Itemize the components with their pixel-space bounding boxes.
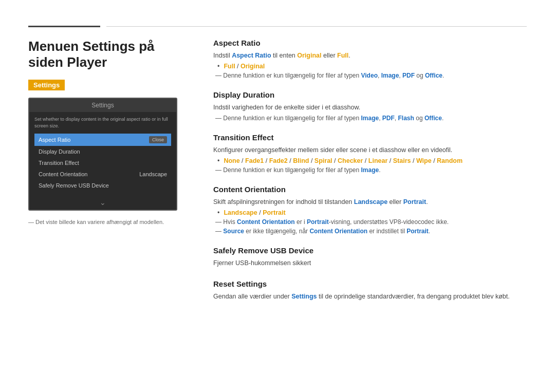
display-duration-text: Indstil varigheden for de enkelte sider … <box>213 102 527 113</box>
orientation-options: Landscape / Portrait <box>224 209 285 216</box>
section-title-safely-remove: Safely Remove USB Device <box>213 246 527 255</box>
aspect-ratio-bullet: Full / Original <box>213 63 527 70</box>
device-menu-label: Display Duration <box>39 148 80 155</box>
section-reset-settings: Reset Settings Gendan alle værdier under… <box>213 279 527 302</box>
section-transition-effect: Transition Effect Konfigurer overgangsef… <box>213 133 527 174</box>
full-link: Full <box>337 52 348 59</box>
content-orientation-text: Skift afspilningsretningen for indhold t… <box>213 197 527 207</box>
reset-settings-text: Gendan alle værdier under Settings til d… <box>213 291 527 302</box>
section-title-transition-effect: Transition Effect <box>213 133 527 142</box>
device-menu-aspect-ratio[interactable]: Aspect Ratio Close <box>34 134 171 146</box>
page-title: Menuen Settings på siden Player <box>28 39 193 70</box>
content-orientation-note-2: Source er ikke tilgængelig, når Content … <box>213 228 527 235</box>
left-column: Menuen Settings på siden Player Settings… <box>28 39 193 313</box>
device-footer: ⌄ <box>29 195 176 210</box>
section-title-display-duration: Display Duration <box>213 90 527 99</box>
device-menu-label: Aspect Ratio <box>39 137 70 143</box>
aspect-ratio-link: Aspect Ratio <box>232 52 271 59</box>
section-title-aspect-ratio: Aspect Ratio <box>213 39 527 47</box>
aspect-ratio-text: Indstil Aspect Ratio til enten Original … <box>213 50 527 61</box>
close-button[interactable]: Close <box>149 136 167 143</box>
device-menu-label: Safely Remove USB Device <box>39 182 109 189</box>
device-menu-value: Landscape <box>139 171 167 177</box>
section-title-content-orientation: Content Orientation <box>213 185 527 194</box>
line-left <box>28 26 100 27</box>
line-right <box>106 26 527 27</box>
safely-remove-text: Fjerner USB-hukommelsen sikkert <box>213 258 527 268</box>
device-screenshot: Settings Set whether to display content … <box>28 98 177 210</box>
device-menu-display-duration[interactable]: Display Duration <box>34 146 171 157</box>
transition-effect-text: Konfigurer overgangseffekter mellem side… <box>213 145 527 155</box>
device-title-bar: Settings <box>29 99 176 112</box>
transition-effect-note: Denne funktion er kun tilgængelig for fi… <box>213 166 527 174</box>
main-layout: Menuen Settings på siden Player Settings… <box>28 27 527 313</box>
device-menu-label: Transition Effect <box>39 160 79 166</box>
aspect-ratio-note: Denne funktion er kun tilgængelig for fi… <box>213 72 527 79</box>
display-duration-note: Denne funktion er kun tilgængelig for fi… <box>213 115 527 122</box>
original-link: Original <box>297 52 321 59</box>
section-content-orientation: Content Orientation Skift afspilningsret… <box>213 185 527 235</box>
full-label: Full / Original <box>224 63 265 70</box>
image-note: Det viste billede kan variere afhængigt … <box>28 219 193 225</box>
section-safely-remove: Safely Remove USB Device Fjerner USB-huk… <box>213 246 527 268</box>
settings-badge: Settings <box>28 80 65 90</box>
right-column: Aspect Ratio Indstil Aspect Ratio til en… <box>213 39 527 313</box>
content-orientation-bullet: Landscape / Portrait <box>213 209 527 216</box>
device-description: Set whether to display content in the or… <box>34 116 171 129</box>
section-display-duration: Display Duration Indstil varigheden for … <box>213 90 527 122</box>
transition-effect-bullet: None / Fade1 / Fade2 / Blind / Spiral / … <box>213 157 527 164</box>
device-menu-transition-effect[interactable]: Transition Effect <box>34 157 171 169</box>
section-aspect-ratio: Aspect Ratio Indstil Aspect Ratio til en… <box>213 39 527 79</box>
content-orientation-note-1: Hvis Content Orientation er i Portrait-v… <box>213 218 527 226</box>
section-title-reset-settings: Reset Settings <box>213 279 527 288</box>
device-menu-label: Content Orientation <box>39 171 87 177</box>
device-menu-safely-remove[interactable]: Safely Remove USB Device <box>34 180 171 191</box>
device-menu-content-orientation[interactable]: Content Orientation Landscape <box>34 169 171 180</box>
top-rule <box>28 0 527 27</box>
device-content: Set whether to display content in the or… <box>29 112 176 195</box>
transition-options: None / Fade1 / Fade2 / Blind / Spiral / … <box>224 157 462 164</box>
